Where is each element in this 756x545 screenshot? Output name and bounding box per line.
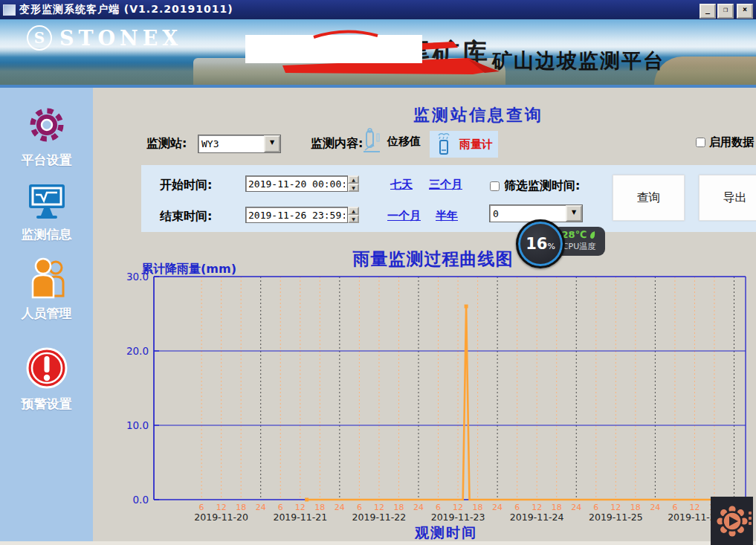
svg-text:24: 24 bbox=[413, 503, 424, 512]
svg-text:24: 24 bbox=[256, 503, 266, 512]
svg-text:24: 24 bbox=[335, 503, 345, 512]
spin-down-icon[interactable]: ▼ bbox=[348, 184, 359, 192]
sidebar-item-label: 预警设置 bbox=[0, 396, 93, 413]
sidebar-item-platform-settings[interactable]: 平台设置 bbox=[0, 104, 93, 169]
end-time-label: 结束时间: bbox=[160, 209, 212, 225]
start-time-spinner[interactable]: ▲ ▼ bbox=[348, 175, 359, 192]
monitor-icon bbox=[25, 183, 69, 220]
enable-data-group: 启用数据 bbox=[696, 135, 756, 149]
svg-text:2019-11-25: 2019-11-25 bbox=[589, 512, 643, 523]
window-bottom-edge bbox=[0, 541, 756, 545]
sidebar-item-warning-settings[interactable]: 预警设置 bbox=[0, 346, 93, 413]
displacement-icon bbox=[361, 128, 383, 155]
quick-range-seven-days[interactable]: 七天 bbox=[390, 178, 413, 192]
filter-time-group: 筛选监测时间: bbox=[490, 178, 580, 194]
page-title: 监测站信息查询 bbox=[201, 104, 756, 126]
maximize-button[interactable]: ❐ bbox=[717, 4, 734, 19]
enable-data-checkbox[interactable] bbox=[696, 138, 705, 147]
svg-text:2019-11-21: 2019-11-21 bbox=[273, 512, 327, 523]
end-time-field: ▲ ▼ bbox=[245, 207, 359, 223]
svg-text:24: 24 bbox=[492, 503, 503, 512]
quick-range-one-month[interactable]: 一个月 bbox=[387, 209, 421, 223]
cpu-temp-value: 28℃ bbox=[562, 229, 587, 240]
raingauge-label: 雨量计 bbox=[459, 138, 493, 152]
raingauge-icon bbox=[434, 132, 453, 156]
gear-icon bbox=[26, 104, 68, 146]
filter-time-label: 筛选监测时间: bbox=[504, 178, 580, 194]
recorder-drag-handle[interactable] bbox=[749, 512, 752, 525]
stonex-logo: S STONEX bbox=[27, 25, 182, 51]
displacement-label: 位移值 bbox=[387, 135, 421, 149]
person-icon bbox=[25, 257, 68, 299]
sidebar-item-monitor-info[interactable]: 监测信息 bbox=[0, 183, 93, 243]
svg-text:24: 24 bbox=[650, 503, 660, 512]
chevron-down-icon[interactable]: ▼ bbox=[566, 205, 582, 222]
svg-text:0.0: 0.0 bbox=[133, 494, 149, 506]
banner-divider bbox=[0, 85, 756, 88]
cpu-percent-value: 16 bbox=[526, 235, 547, 253]
end-time-spinner[interactable]: ▲ ▼ bbox=[348, 207, 359, 223]
start-time-label: 开始时间: bbox=[160, 178, 212, 193]
window-titlebar: 变形监测系统客户端 (V1.2.20191011) _ ❐ × bbox=[0, 0, 756, 19]
sidebar-item-label: 监测信息 bbox=[0, 226, 93, 243]
spin-up-icon[interactable]: ▲ bbox=[348, 175, 359, 184]
svg-text:24: 24 bbox=[571, 503, 581, 512]
station-dropdown-value: WY3 bbox=[198, 137, 264, 151]
platform-title: 矿山边坡监测平台 bbox=[492, 48, 665, 74]
cpu-usage-widget[interactable]: 16 % bbox=[516, 219, 565, 268]
chart-x-axis-label: 观测时间 bbox=[149, 523, 743, 543]
svg-text:2019-11-24: 2019-11-24 bbox=[510, 512, 564, 523]
svg-text:20.0: 20.0 bbox=[126, 345, 149, 357]
station-label: 监测站: bbox=[146, 136, 187, 152]
spin-down-icon[interactable]: ▼ bbox=[348, 215, 359, 223]
stonex-s-icon: S bbox=[27, 25, 52, 51]
sidebar: 平台设置 监测信息 人员管理 预警设置 bbox=[0, 88, 93, 545]
content-label: 监测内容: bbox=[311, 136, 363, 152]
svg-text:30.0: 30.0 bbox=[126, 271, 149, 283]
window-title: 变形监测系统客户端 (V1.2.20191011) bbox=[19, 3, 233, 16]
spin-up-icon[interactable]: ▲ bbox=[348, 207, 359, 215]
sidebar-item-label: 平台设置 bbox=[0, 152, 93, 169]
svg-text:2019-11-23: 2019-11-23 bbox=[431, 512, 485, 523]
filter-interval-value: 0 bbox=[490, 207, 566, 221]
content-option-displacement[interactable]: 位移值 bbox=[361, 128, 421, 155]
enable-data-label: 启用数据 bbox=[709, 135, 754, 149]
start-time-field: ▲ ▼ bbox=[245, 175, 359, 192]
export-button[interactable]: 导出 bbox=[699, 175, 756, 221]
redaction-box bbox=[245, 35, 422, 63]
recorder-flower-play-icon bbox=[717, 506, 748, 537]
quick-range-half-year[interactable]: 半年 bbox=[436, 209, 458, 223]
leaf-icon bbox=[589, 230, 596, 239]
station-dropdown[interactable]: WY3 ▼ bbox=[198, 135, 281, 153]
app-icon bbox=[3, 4, 16, 16]
svg-text:10.0: 10.0 bbox=[126, 419, 149, 431]
minimize-button[interactable]: _ bbox=[700, 4, 716, 19]
quick-range-three-months[interactable]: 三个月 bbox=[429, 178, 462, 192]
svg-text:2019-11-20: 2019-11-20 bbox=[194, 512, 248, 523]
screen-recorder-widget[interactable] bbox=[711, 497, 753, 545]
alert-icon bbox=[25, 346, 68, 390]
end-time-input[interactable] bbox=[245, 207, 348, 223]
query-button[interactable]: 查询 bbox=[613, 175, 685, 221]
sidebar-item-personnel[interactable]: 人员管理 bbox=[0, 257, 93, 322]
sidebar-item-label: 人员管理 bbox=[0, 305, 93, 322]
start-time-input[interactable] bbox=[245, 175, 348, 192]
stonex-logo-text: STONEX bbox=[59, 27, 182, 50]
svg-text:2019-11-22: 2019-11-22 bbox=[352, 512, 407, 523]
chart-title: 雨量监测过程曲线图 bbox=[149, 248, 717, 271]
cpu-percent-unit: % bbox=[547, 242, 555, 251]
chevron-down-icon[interactable]: ▼ bbox=[264, 135, 280, 152]
filter-time-checkbox[interactable] bbox=[490, 181, 500, 191]
red-arc-icon bbox=[312, 30, 379, 39]
content-option-raingauge[interactable]: 雨量计 bbox=[430, 131, 498, 158]
rainfall-chart: 61218242019-11-2061218242019-11-21612182… bbox=[97, 260, 756, 539]
close-button[interactable]: × bbox=[737, 4, 753, 19]
